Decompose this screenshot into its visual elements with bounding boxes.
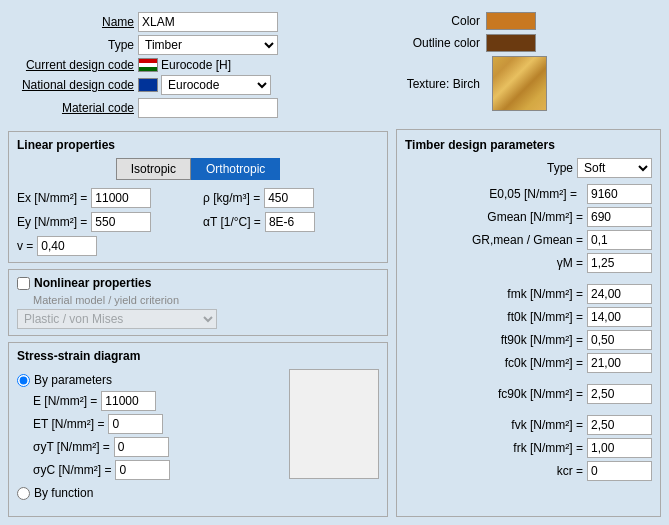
material-model-label: Material model / yield criterion [33,294,379,306]
name-input[interactable] [138,12,278,32]
national-code-select[interactable]: Eurocode [161,75,271,95]
stress-strain-title: Stress-strain diagram [17,349,379,363]
v-input[interactable] [37,236,97,256]
national-code-label: National design code [8,78,138,92]
timber-type-select[interactable]: Soft [577,158,652,178]
kcr-label: kcr = [557,464,587,478]
v-label: v = [17,239,33,253]
stress-strain-section: Stress-strain diagram By parameters E [N… [8,342,388,517]
fvk-input[interactable] [587,415,652,435]
ex-label: Ex [N/mm²] = [17,191,87,205]
rho-input[interactable] [264,188,314,208]
timber-design-section: Timber design parameters Type Soft E0,05… [396,129,661,517]
design-code-label: Current design code [8,58,138,72]
sigma-yt-input[interactable] [114,437,169,457]
outline-color-label: Outline color [396,36,486,50]
fvk-label: fvk [N/mm²] = [511,418,587,432]
ex-input[interactable] [91,188,151,208]
fmk-input[interactable] [587,284,652,304]
ft0k-label: ft0k [N/mm²] = [507,310,587,324]
ft90k-input[interactable] [587,330,652,350]
rho-label: ρ [kg/m³] = [203,191,260,205]
e-label: E [N/mm²] = [33,394,97,408]
type-select[interactable]: Timber [138,35,278,55]
frk-input[interactable] [587,438,652,458]
e005-input[interactable] [587,184,652,204]
fc0k-input[interactable] [587,353,652,373]
kcr-input[interactable] [587,461,652,481]
et-label: ET [N/mm²] = [33,417,104,431]
isotropy-toggle[interactable]: Isotropic Orthotropic [116,158,281,180]
sigma-yt-label: σyT [N/mm²] = [33,440,110,454]
alpha-input[interactable] [265,212,315,232]
by-parameters-label: By parameters [34,373,112,387]
e005-label: E0,05 [N/mm²] = [489,187,581,201]
ym-input[interactable] [587,253,652,273]
nonlinear-properties-section: Nonlinear properties Material model / yi… [8,269,388,336]
ft0k-input[interactable] [587,307,652,327]
et-input[interactable] [108,414,163,434]
gmean-input[interactable] [587,207,652,227]
fc90k-input[interactable] [587,384,652,404]
ey-input[interactable] [91,212,151,232]
frk-label: frk [N/mm²] = [513,441,587,455]
flag-hungary [138,58,158,72]
color-label: Color [396,14,486,28]
color-swatch[interactable] [486,12,536,30]
e-input[interactable] [101,391,156,411]
flag-eu [138,78,158,92]
isotropic-btn[interactable]: Isotropic [116,158,191,180]
gmean-label: Gmean [N/mm²] = [487,210,587,224]
nonlinear-title: Nonlinear properties [34,276,151,290]
fmk-label: fmk [N/mm²] = [507,287,587,301]
timber-type-label: Type [547,161,577,175]
ey-label: Ey [N/mm²] = [17,215,87,229]
ym-label: γM = [557,256,587,270]
sigma-yc-input[interactable] [115,460,170,480]
stress-strain-chart [289,369,379,479]
ft90k-label: ft90k [N/mm²] = [501,333,587,347]
texture-swatch[interactable] [492,56,547,111]
orthotropic-btn[interactable]: Orthotropic [191,158,280,180]
outline-color-swatch[interactable] [486,34,536,52]
material-model-select[interactable]: Plastic / von Mises [17,309,217,329]
linear-properties-section: Linear properties Isotropic Orthotropic … [8,131,388,263]
linear-properties-title: Linear properties [17,138,379,152]
design-code-value: Eurocode [H] [161,58,231,72]
color-section: Color Outline color Texture: Birch [396,8,661,125]
by-function-label: By function [34,486,93,500]
by-parameters-radio[interactable] [17,374,30,387]
type-label: Type [8,38,138,52]
gr-label: GR,mean / Gmean = [472,233,587,247]
texture-label: Texture: Birch [396,77,486,91]
name-label: Name [8,15,138,29]
by-function-radio[interactable] [17,487,30,500]
sigma-yc-label: σyC [N/mm²] = [33,463,111,477]
material-code-label: Material code [8,101,138,115]
timber-design-title: Timber design parameters [405,138,652,152]
alpha-label: αT [1/°C] = [203,215,261,229]
fc90k-label: fc90k [N/mm²] = [498,387,587,401]
gr-input[interactable] [587,230,652,250]
fc0k-label: fc0k [N/mm²] = [505,356,587,370]
nonlinear-checkbox[interactable] [17,277,30,290]
material-code-input[interactable] [138,98,278,118]
